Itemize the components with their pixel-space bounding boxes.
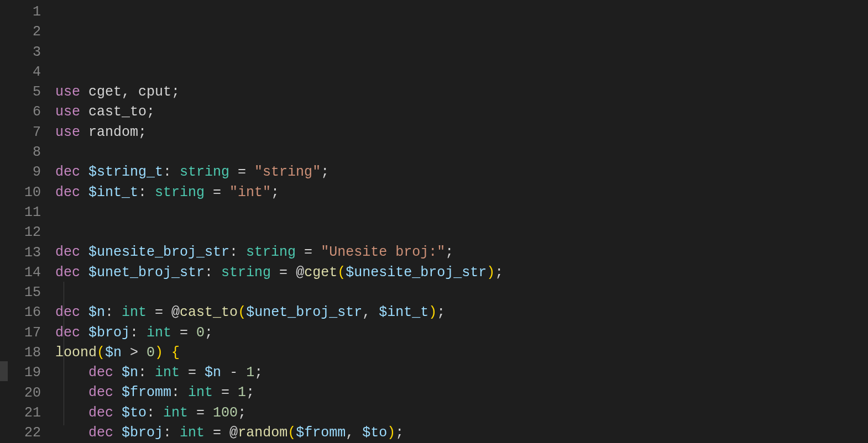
line-number: 9 — [0, 162, 41, 182]
token-op: > — [122, 343, 147, 363]
line-number: 10 — [0, 183, 41, 203]
token-punc: : — [130, 323, 147, 343]
token-curly: ( — [337, 263, 346, 283]
token-curly: ) — [428, 303, 437, 323]
token-curly: ( — [238, 303, 246, 323]
code-editor[interactable]: 12345678910111213141516171819202122 use … — [0, 0, 868, 443]
token-op: = — [229, 162, 254, 182]
token-plain — [80, 263, 88, 283]
code-line[interactable]: dec $unet_broj_str: string = @cget($unes… — [55, 263, 868, 283]
token-num: 1 — [246, 363, 254, 383]
token-curly: ( — [287, 423, 296, 443]
token-op: = — [271, 263, 296, 283]
token-plain — [80, 162, 88, 182]
token-num: 0 — [196, 323, 205, 343]
token-op: = — [147, 303, 171, 323]
code-line[interactable] — [55, 143, 868, 162]
line-number: 7 — [0, 123, 41, 143]
token-type: string — [221, 263, 271, 283]
gutter-highlight — [0, 361, 8, 381]
token-type: int — [188, 383, 213, 403]
token-kw: dec — [88, 383, 113, 403]
code-line[interactable] — [55, 283, 868, 303]
token-var: $to — [362, 423, 387, 443]
indent-guide — [64, 282, 64, 425]
line-number: 8 — [0, 143, 41, 162]
token-kw: dec — [55, 263, 80, 283]
code-line[interactable]: dec $int_t: string = "int"; — [55, 182, 868, 202]
line-number: 2 — [0, 22, 41, 42]
token-kw: dec — [88, 363, 113, 383]
token-plain — [55, 423, 88, 443]
code-line[interactable]: use random; — [55, 123, 868, 143]
token-punc: ; — [271, 183, 279, 203]
token-op: = — [188, 403, 213, 423]
token-num: 100 — [213, 403, 238, 423]
token-var: $unesite_broj_str — [88, 242, 229, 262]
token-punc: : — [171, 383, 188, 403]
code-line[interactable]: dec $unesite_broj_str: string = "Unesite… — [55, 242, 868, 262]
token-plain — [113, 383, 122, 403]
token-curly: ) — [155, 343, 163, 363]
token-var: $n — [205, 363, 221, 383]
token-curly: ( — [97, 343, 105, 363]
code-line[interactable]: loond($n > 0) { — [55, 343, 868, 363]
line-number: 20 — [0, 383, 41, 403]
token-punc: ; — [138, 123, 147, 143]
token-punc: : — [205, 263, 221, 283]
token-type: int — [155, 363, 180, 383]
code-line[interactable]: use cget, cput; — [55, 82, 868, 102]
token-type: string — [246, 242, 296, 262]
token-plain — [113, 363, 122, 383]
token-str: "string" — [254, 162, 321, 182]
token-punc: : — [163, 423, 180, 443]
line-number: 11 — [0, 203, 41, 223]
token-punc: : — [147, 403, 163, 423]
token-kw: dec — [88, 403, 113, 423]
token-plain — [80, 242, 88, 262]
token-op: = — [171, 323, 196, 343]
token-op: - — [221, 363, 246, 383]
code-line[interactable]: dec $fromm: int = 1; — [55, 383, 868, 403]
token-var: $fromm — [296, 423, 346, 443]
code-line[interactable] — [55, 223, 868, 242]
token-var: $n — [88, 303, 105, 323]
line-number: 16 — [0, 303, 41, 323]
code-line[interactable]: dec $broj: int = 0; — [55, 323, 868, 343]
line-number: 17 — [0, 323, 41, 343]
token-plain — [80, 303, 88, 323]
token-punc: ; — [395, 423, 404, 443]
token-op: = — [205, 423, 229, 443]
token-at: @ — [229, 423, 238, 443]
code-line[interactable]: use cast_to; — [55, 102, 868, 122]
token-plain: cget — [80, 82, 122, 102]
code-line[interactable]: dec $n: int = @cast_to($unet_broj_str, $… — [55, 303, 868, 323]
code-line[interactable]: dec $string_t: string = "string"; — [55, 162, 868, 182]
code-line[interactable]: dec $broj: int = @random($fromm, $to); — [55, 423, 868, 443]
token-kw: dec — [55, 183, 80, 203]
code-line[interactable]: dec $n: int = $n - 1; — [55, 363, 868, 383]
code-line[interactable] — [55, 203, 868, 223]
token-op: = — [180, 363, 205, 383]
token-var: $n — [105, 343, 122, 363]
token-plain: random — [80, 123, 138, 143]
code-area[interactable]: use cget, cput;use cast_to;use random;de… — [55, 0, 868, 443]
token-plain — [80, 323, 88, 343]
token-var: $int_t — [88, 183, 138, 203]
code-line[interactable]: dec $to: int = 100; — [55, 403, 868, 423]
token-kw: dec — [55, 303, 80, 323]
line-number: 6 — [0, 102, 41, 122]
token-var: $unet_broj_str — [246, 303, 362, 323]
token-kw: use — [55, 123, 80, 143]
line-number: 14 — [0, 263, 41, 283]
token-num: 1 — [238, 383, 246, 403]
token-fn: random — [238, 423, 287, 443]
line-number: 18 — [0, 343, 41, 363]
token-var: $broj — [88, 323, 130, 343]
token-plain — [55, 403, 88, 423]
token-kw: dec — [55, 323, 80, 343]
token-plain — [113, 403, 122, 423]
token-type: int — [180, 423, 205, 443]
token-plain: cast_to — [80, 102, 147, 122]
token-punc: , — [346, 423, 362, 443]
